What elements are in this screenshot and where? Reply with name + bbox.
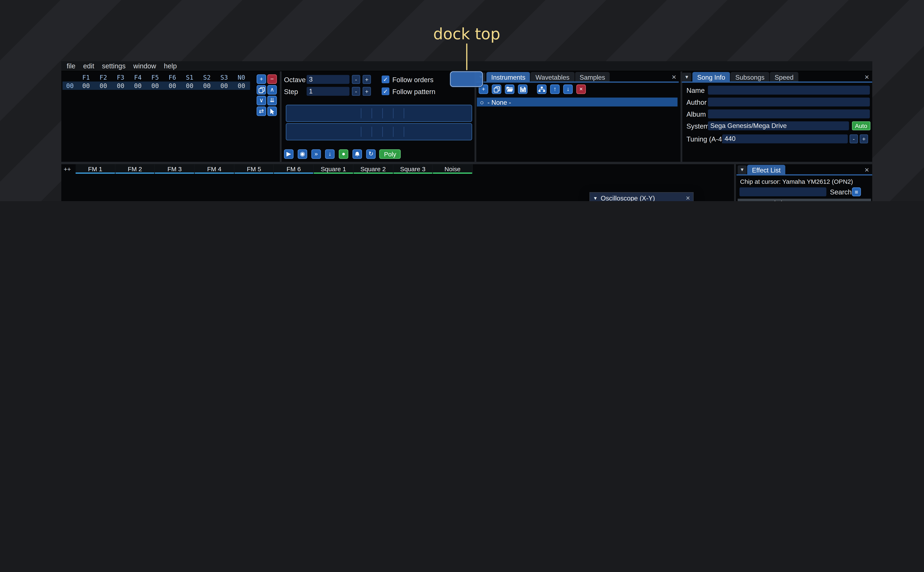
delete-instrument-button[interactable]: × (576, 84, 586, 94)
order-cell[interactable]: 00 (233, 82, 250, 90)
play-from-cursor-button[interactable]: » (312, 149, 321, 159)
song-info-tab-bar: Song InfoSubsongsSpeed (692, 71, 798, 82)
piano-octave-mark (372, 108, 372, 118)
play-button[interactable]: ▶ (284, 149, 294, 159)
piano-preview-lower[interactable] (286, 123, 472, 140)
instruments-tab-instruments[interactable]: Instruments (486, 72, 530, 82)
duplicate-order-button[interactable] (257, 85, 266, 95)
order-column-s3: S3 (215, 73, 233, 82)
separator (280, 71, 282, 162)
instruments-tab-samples[interactable]: Samples (575, 72, 610, 82)
tuning-field[interactable]: 440 (722, 134, 848, 143)
open-instrument-button[interactable] (505, 84, 514, 94)
screenshot-stage: fileeditsettingswindowhelp F1F2F3F4F5F6S… (0, 0, 924, 201)
dock-top-target[interactable] (450, 71, 483, 87)
instruments-tab-wavetables[interactable]: Wavetables (531, 72, 574, 82)
order-cell[interactable]: 00 (95, 82, 112, 90)
step-decrement-button[interactable]: - (352, 87, 360, 96)
piano-octave-mark (361, 108, 361, 118)
order-column-f3: F3 (112, 73, 129, 82)
album-field[interactable] (708, 110, 870, 118)
remove-order-button[interactable]: − (267, 75, 277, 84)
duplicate-instrument-button[interactable] (492, 84, 501, 94)
exchange-order-button[interactable]: ⇄ (257, 106, 266, 116)
order-cell[interactable]: 00 (146, 82, 164, 90)
poly-toggle-button[interactable]: Poly (379, 149, 401, 159)
effect-list-tab-list-button[interactable]: ▼ (737, 165, 746, 174)
octave-decrement-button[interactable]: - (352, 75, 360, 84)
octave-increment-button[interactable]: + (363, 75, 371, 84)
name-label: Name (687, 87, 705, 94)
tuning-increment-button[interactable]: + (860, 134, 868, 143)
effect-list-tab-effect-list[interactable]: Effect List (747, 165, 785, 175)
effect-list-close-icon[interactable]: × (863, 166, 871, 174)
move-order-up-button[interactable]: ∧ (267, 85, 277, 95)
follow-orders-label[interactable]: Follow orders (392, 76, 433, 83)
move-instrument-down-button[interactable]: ↓ (563, 84, 573, 94)
order-column-s2: S2 (198, 73, 216, 82)
song-info-tab-subsongs[interactable]: Subsongs (731, 72, 770, 82)
effect-list-menu-button[interactable]: ≡ (852, 187, 861, 196)
edit-toggle-button[interactable]: ● (339, 149, 348, 159)
song-info-close-icon[interactable]: × (863, 73, 871, 82)
follow-orders-checkbox[interactable]: ✓ (382, 76, 390, 83)
order-cell[interactable]: 00 (129, 82, 146, 90)
oscilloscope-window[interactable]: ▼ Oscilloscope (X-Y) × (589, 192, 693, 201)
song-info-tab-list-button[interactable]: ▼ (682, 73, 691, 82)
piano-octave-mark (404, 127, 404, 137)
order-cell[interactable]: 00 (198, 82, 216, 90)
add-order-button[interactable]: + (257, 75, 266, 84)
menu-file[interactable]: file (67, 62, 76, 70)
auto-system-button[interactable]: Auto (852, 121, 870, 130)
order-cell[interactable]: 00 (215, 82, 233, 90)
move-order-down-button[interactable]: ∨ (257, 96, 266, 106)
oscilloscope-close-icon[interactable]: × (686, 194, 690, 201)
author-label: Author (687, 99, 707, 106)
order-edit-mode-button[interactable] (267, 106, 277, 116)
order-cell[interactable]: 00 (164, 82, 181, 90)
instrument-list-item[interactable]: ○ - None - (477, 98, 678, 107)
order-row-00[interactable]: 0000000000000000000000 (62, 82, 250, 90)
menu-edit[interactable]: edit (83, 62, 94, 70)
pattern-editor: 0··· ·· ·· ······ ·· ·· ······ ·· ·· ···… (61, 164, 473, 201)
order-cell[interactable]: 00 (112, 82, 129, 90)
follow-pattern-checkbox[interactable]: ✓ (382, 87, 390, 95)
save-instrument-button[interactable] (518, 84, 528, 94)
step-increment-button[interactable]: + (363, 87, 371, 96)
name-column-header: Name (740, 199, 758, 201)
effect-table-header: Name Description (737, 199, 871, 201)
menu-help[interactable]: help (164, 62, 177, 70)
system-field[interactable]: Sega Genesis/Mega Drive (708, 121, 849, 130)
tab-underline (737, 174, 872, 176)
name-field[interactable] (708, 86, 870, 95)
tuning-label: Tuning (A-4) (687, 136, 725, 143)
tuning-decrement-button[interactable]: - (849, 134, 858, 143)
collapse-icon[interactable]: ▼ (593, 196, 598, 201)
octave-label: Octave (284, 76, 306, 83)
order-cell[interactable]: 00 (78, 82, 95, 90)
step-input[interactable]: 1 (307, 87, 349, 96)
instrument-dir-view-button[interactable] (537, 84, 547, 94)
author-field[interactable] (708, 98, 870, 107)
oscilloscope-title-bar[interactable]: ▼ Oscilloscope (X-Y) × (590, 193, 693, 201)
order-row-index[interactable]: 00 (62, 82, 78, 90)
instruments-close-icon[interactable]: × (670, 73, 678, 82)
annotation-dock-top: dock top (433, 25, 500, 43)
duplicate-order-end-button[interactable]: ⇊ (267, 96, 277, 106)
song-info-tab-speed[interactable]: Speed (770, 72, 798, 82)
menu-window[interactable]: window (133, 62, 156, 70)
effect-search-input[interactable] (739, 187, 826, 196)
album-label: Album (687, 110, 706, 118)
order-column-f6: F6 (164, 73, 181, 82)
piano-preview-upper[interactable] (286, 105, 472, 122)
step-one-row-button[interactable]: ↓ (325, 149, 335, 159)
repeat-pattern-button[interactable]: ↻ (366, 149, 376, 159)
song-info-tab-song-info[interactable]: Song Info (692, 72, 730, 82)
octave-input[interactable]: 3 (307, 75, 349, 84)
order-cell[interactable]: 00 (181, 82, 198, 90)
follow-pattern-label[interactable]: Follow pattern (392, 88, 435, 95)
menu-settings[interactable]: settings (102, 62, 126, 70)
move-instrument-up-button[interactable]: ↑ (550, 84, 560, 94)
play-pattern-button[interactable]: ◉ (298, 149, 307, 159)
metronome-button[interactable] (352, 149, 362, 159)
